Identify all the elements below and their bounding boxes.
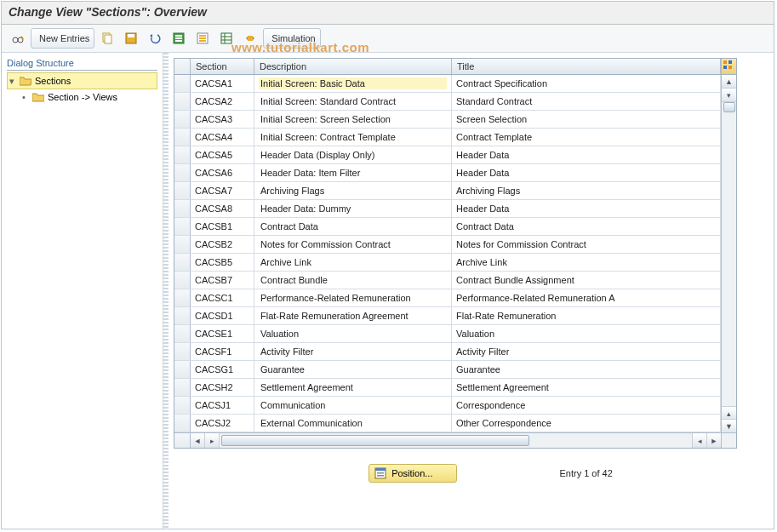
cell-description[interactable]: [254, 236, 452, 253]
description-input[interactable]: [259, 346, 447, 358]
cell-description[interactable]: [254, 379, 452, 396]
copy-button[interactable]: [96, 28, 118, 49]
table-row[interactable]: CACSH2Settlement Agreement: [174, 379, 721, 397]
description-input[interactable]: [259, 220, 447, 232]
select-all-button[interactable]: [168, 28, 190, 49]
table-row[interactable]: CACSE1Valuation: [174, 325, 721, 343]
scroll-down-button[interactable]: ▼: [722, 419, 736, 432]
description-input[interactable]: [259, 95, 447, 107]
description-input[interactable]: [259, 256, 447, 268]
scroll-right-step-button[interactable]: ◂: [692, 433, 706, 448]
cell-description[interactable]: [254, 254, 452, 271]
scroll-left-button[interactable]: ◄: [191, 433, 205, 448]
table-row[interactable]: CACSJ1Correspondence: [174, 397, 721, 415]
row-selector[interactable]: [174, 218, 191, 235]
table-row[interactable]: CACSA5Header Data: [174, 146, 721, 164]
table-row[interactable]: CACSB2Notes for Commission Contract: [174, 236, 721, 254]
table-row[interactable]: CACSB1Contract Data: [174, 218, 721, 236]
table-row[interactable]: CACSJ2Other Correspondence: [174, 415, 721, 432]
table-row[interactable]: CACSB7Contract Bundle Assignment: [174, 272, 721, 289]
row-selector[interactable]: [174, 361, 191, 378]
description-input[interactable]: [259, 185, 447, 197]
scroll-up-button[interactable]: ▲: [722, 75, 736, 89]
position-button[interactable]: Position...: [369, 464, 457, 483]
cell-description[interactable]: [254, 218, 452, 235]
row-selector[interactable]: [174, 75, 191, 92]
hscroll-track[interactable]: [220, 433, 692, 448]
row-selector[interactable]: [174, 379, 191, 396]
cell-description[interactable]: [254, 307, 452, 324]
tree-node-sections[interactable]: ▾ Sections: [7, 72, 157, 89]
description-input[interactable]: [259, 328, 447, 340]
row-selector[interactable]: [174, 236, 191, 253]
transport-button[interactable]: [239, 28, 261, 49]
row-selector[interactable]: [174, 343, 191, 360]
row-selector[interactable]: [174, 325, 191, 342]
table-row[interactable]: CACSA7Archiving Flags: [174, 182, 721, 200]
table-row[interactable]: CACSF1Activity Filter: [174, 343, 721, 361]
column-header-title[interactable]: Title: [452, 59, 721, 74]
description-input[interactable]: [259, 363, 447, 375]
scroll-right-button[interactable]: ►: [706, 433, 721, 448]
row-selector[interactable]: [174, 164, 191, 181]
cell-description[interactable]: [254, 325, 452, 342]
cell-description[interactable]: [254, 200, 452, 217]
description-input[interactable]: [259, 292, 447, 304]
description-input[interactable]: [259, 149, 447, 161]
delimit-button[interactable]: [215, 28, 237, 49]
cell-description[interactable]: [254, 129, 452, 146]
table-row[interactable]: CACSA6Header Data: [174, 164, 721, 182]
description-input[interactable]: [259, 113, 447, 125]
table-row[interactable]: CACSG1Guarantee: [174, 361, 721, 379]
description-input[interactable]: [259, 131, 447, 143]
table-row[interactable]: CACSA4Contract Template: [174, 129, 721, 146]
description-input[interactable]: [259, 238, 447, 250]
row-selector[interactable]: [174, 93, 191, 110]
hscroll-thumb[interactable]: [221, 435, 529, 446]
column-header-section[interactable]: Section: [191, 59, 254, 74]
scroll-thumb[interactable]: [723, 102, 735, 112]
row-selector-header[interactable]: [174, 59, 191, 74]
description-input[interactable]: [259, 310, 447, 322]
description-input[interactable]: [259, 417, 447, 429]
horizontal-scrollbar[interactable]: ◄ ▸ ◂ ►: [174, 432, 736, 448]
description-input[interactable]: [259, 399, 447, 411]
row-selector[interactable]: [174, 182, 191, 199]
table-row[interactable]: CACSA1Contract Specification: [174, 75, 721, 93]
cell-description[interactable]: [254, 343, 452, 360]
simulation-button[interactable]: Simulation: [263, 28, 320, 49]
row-selector[interactable]: [174, 129, 191, 146]
row-selector[interactable]: [174, 415, 191, 432]
cell-description[interactable]: [254, 415, 452, 432]
row-selector[interactable]: [174, 272, 191, 289]
description-input[interactable]: [259, 203, 447, 215]
cell-description[interactable]: [254, 93, 452, 110]
vertical-scrollbar[interactable]: ▲ ▾ ▴ ▼: [721, 75, 736, 432]
table-row[interactable]: CACSC1Performance-Related Remuneration A: [174, 289, 721, 307]
scroll-up-step-button[interactable]: ▾: [722, 89, 736, 102]
row-selector[interactable]: [174, 111, 191, 128]
toggle-view-button[interactable]: [7, 28, 29, 49]
cell-description[interactable]: [254, 361, 452, 378]
table-row[interactable]: CACSA8Header Data: [174, 200, 721, 218]
save-button[interactable]: [120, 28, 142, 49]
row-selector[interactable]: [174, 200, 191, 217]
cell-description[interactable]: [254, 75, 452, 92]
cell-description[interactable]: [254, 272, 452, 289]
description-input[interactable]: [259, 381, 447, 393]
table-row[interactable]: CACSD1Flat-Rate Remuneration: [174, 307, 721, 325]
undo-button[interactable]: [144, 28, 166, 49]
table-row[interactable]: CACSA3Screen Selection: [174, 111, 721, 129]
new-entries-button[interactable]: New Entries: [31, 28, 94, 49]
cell-description[interactable]: [254, 289, 452, 306]
deselect-all-button[interactable]: [191, 28, 214, 49]
cell-description[interactable]: [254, 182, 452, 199]
cell-description[interactable]: [254, 397, 452, 414]
scroll-down-step-button[interactable]: ▴: [722, 406, 736, 420]
cell-description[interactable]: [254, 164, 452, 181]
cell-description[interactable]: [254, 111, 452, 128]
tree-node-section-views[interactable]: • Section -> Views: [7, 89, 157, 105]
row-selector[interactable]: [174, 289, 191, 306]
row-selector[interactable]: [174, 146, 191, 163]
description-input[interactable]: [259, 167, 447, 179]
